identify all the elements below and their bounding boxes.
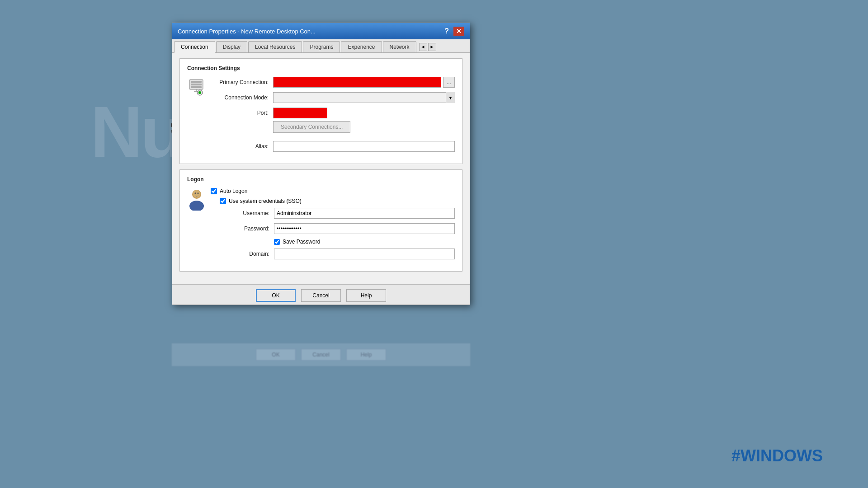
- connection-icon-row: Primary Connection: ... Connection Mode:: [187, 77, 455, 156]
- hashtag-label: #WINDOWS: [731, 446, 823, 465]
- tab-experience[interactable]: Experience: [341, 41, 382, 52]
- svg-rect-3: [191, 86, 202, 88]
- username-input[interactable]: [274, 208, 455, 219]
- save-password-checkbox[interactable]: [274, 239, 280, 245]
- sso-label: Use system credentials (SSO): [229, 198, 302, 204]
- svg-point-5: [198, 91, 201, 94]
- alias-input[interactable]: [273, 141, 455, 152]
- auto-logon-row: Auto Logon: [211, 188, 455, 194]
- password-row: Password:: [211, 223, 455, 234]
- logon-icon-row: Auto Logon Use system credentials (SSO) …: [187, 188, 455, 264]
- password-input[interactable]: [274, 223, 455, 234]
- primary-connection-label: Primary Connection:: [210, 79, 273, 85]
- ghost-cancel-button: Cancel: [301, 349, 341, 361]
- primary-connection-input[interactable]: [273, 77, 441, 88]
- close-button[interactable]: ✕: [453, 27, 464, 36]
- primary-connection-row: Primary Connection: ...: [210, 77, 455, 88]
- connection-settings-label: Connection Settings: [187, 65, 455, 71]
- connection-mode-row: Connection Mode: ▼: [210, 92, 455, 103]
- dialog-buttons: OK Cancel Help: [172, 284, 470, 305]
- username-label: Username:: [211, 210, 274, 216]
- alias-label: Alias:: [210, 143, 273, 150]
- primary-connection-browse-button[interactable]: ...: [443, 77, 455, 88]
- svg-rect-1: [191, 81, 202, 83]
- tab-nav-prev[interactable]: ◄: [419, 43, 427, 51]
- help-button[interactable]: Help: [346, 289, 386, 302]
- logon-section: Logon Auto Logon: [179, 169, 462, 272]
- help-icon-button[interactable]: ?: [443, 27, 451, 35]
- logon-section-label: Logon: [187, 176, 455, 183]
- ok-button[interactable]: OK: [256, 289, 296, 302]
- tab-connection[interactable]: Connection: [174, 41, 215, 53]
- password-label: Password:: [211, 225, 274, 232]
- svg-rect-2: [191, 84, 202, 85]
- connection-settings-section: Connection Settings Primary Conne: [179, 58, 462, 164]
- port-label: Port:: [210, 110, 273, 116]
- primary-connection-input-group: ...: [273, 77, 455, 88]
- domain-row: Domain:: [211, 249, 455, 259]
- connection-properties-dialog: Connection Properties - New Remote Deskt…: [172, 23, 470, 305]
- alias-row: Alias:: [210, 141, 455, 152]
- connection-mode-label: Connection Mode:: [210, 94, 273, 101]
- cancel-button[interactable]: Cancel: [301, 289, 341, 302]
- tab-programs[interactable]: Programs: [303, 41, 340, 52]
- tab-network[interactable]: Network: [383, 41, 416, 52]
- server-icon: [187, 78, 205, 96]
- save-password-row: Save Password: [274, 239, 455, 245]
- domain-label: Domain:: [211, 251, 274, 257]
- svg-point-11: [195, 192, 196, 194]
- tab-nav-buttons: ◄ ►: [419, 43, 436, 51]
- auto-logon-checkbox[interactable]: [211, 188, 217, 194]
- secondary-connections-button[interactable]: Secondary Connections...: [273, 121, 350, 133]
- title-bar-controls: ? ✕: [443, 27, 464, 36]
- sso-row: Use system credentials (SSO): [220, 198, 455, 204]
- title-bar: Connection Properties - New Remote Deskt…: [172, 23, 470, 39]
- username-row: Username:: [211, 208, 455, 219]
- window-title: Connection Properties - New Remote Deskt…: [178, 28, 443, 35]
- auto-logon-label: Auto Logon: [220, 188, 247, 194]
- connection-mode-select-wrapper: ▼: [273, 92, 455, 103]
- sso-checkbox[interactable]: [220, 198, 226, 204]
- logon-fields: Auto Logon Use system credentials (SSO) …: [211, 188, 455, 264]
- user-icon: [187, 188, 206, 211]
- connection-mode-select[interactable]: [273, 92, 455, 103]
- tab-local-resources[interactable]: Local Resources: [248, 41, 302, 52]
- tab-strip: Connection Display Local Resources Progr…: [172, 39, 470, 53]
- dialog-ghost: OK Cancel Help: [172, 343, 470, 366]
- tab-nav-next[interactable]: ►: [428, 43, 436, 51]
- save-password-label: Save Password: [283, 239, 320, 245]
- tab-display[interactable]: Display: [216, 41, 247, 52]
- dialog-content: Connection Settings Primary Conne: [172, 53, 470, 284]
- domain-input[interactable]: [274, 249, 455, 259]
- svg-point-12: [198, 192, 199, 194]
- ghost-ok-button: OK: [256, 349, 296, 361]
- connection-fields: Primary Connection: ... Connection Mode:: [210, 77, 455, 156]
- ghost-help-button: Help: [346, 349, 386, 361]
- port-row: Port:: [210, 108, 455, 118]
- svg-point-9: [189, 201, 204, 211]
- port-input[interactable]: [273, 108, 327, 118]
